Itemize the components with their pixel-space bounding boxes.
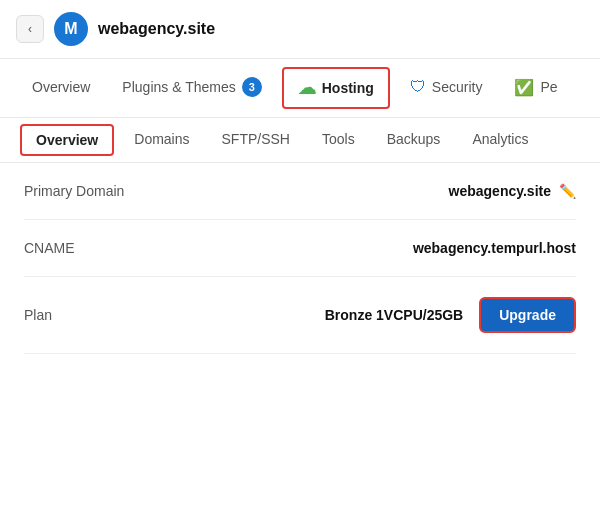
top-nav: Overview Plugins & Themes 3 ☁ Hosting 🛡 … (0, 59, 600, 118)
primary-domain-label: Primary Domain (24, 183, 124, 199)
avatar: M (54, 12, 88, 46)
top-nav-item-hosting[interactable]: ☁ Hosting (282, 67, 390, 109)
perf-icon: ✅ (514, 78, 534, 97)
content-area: Primary Domain webagency.site ✏️ CNAME w… (0, 163, 600, 354)
top-nav-item-overview[interactable]: Overview (16, 65, 106, 111)
edit-domain-icon[interactable]: ✏️ (559, 183, 576, 199)
sub-nav-label-backups: Backups (387, 131, 441, 147)
top-nav-item-security[interactable]: 🛡 Security (394, 64, 499, 112)
avatar-letter: M (64, 20, 77, 38)
primary-domain-row: Primary Domain webagency.site ✏️ (24, 163, 576, 220)
cname-row: CNAME webagency.tempurl.host (24, 220, 576, 277)
upgrade-button[interactable]: Upgrade (479, 297, 576, 333)
top-nav-label-plugins-themes: Plugins & Themes (122, 79, 235, 95)
sub-nav: Overview Domains SFTP/SSH Tools Backups … (0, 118, 600, 163)
back-button[interactable]: ‹ (16, 15, 44, 43)
plan-row: Plan Bronze 1VCPU/25GB Upgrade (24, 277, 576, 354)
security-icon: 🛡 (410, 78, 426, 96)
sub-nav-item-analytics[interactable]: Analytics (456, 119, 544, 161)
top-nav-label-overview: Overview (32, 79, 90, 95)
cname-value-group: webagency.tempurl.host (413, 240, 576, 256)
top-nav-label-hosting: Hosting (322, 80, 374, 96)
sub-nav-label-analytics: Analytics (472, 131, 528, 147)
sub-nav-label-domains: Domains (134, 131, 189, 147)
primary-domain-value-group: webagency.site ✏️ (449, 183, 576, 199)
sub-nav-label-tools: Tools (322, 131, 355, 147)
top-nav-label-security: Security (432, 79, 483, 95)
top-nav-item-performance[interactable]: ✅ Pe (498, 64, 573, 113)
sub-nav-item-sftp-ssh[interactable]: SFTP/SSH (206, 119, 306, 161)
top-nav-label-performance: Pe (540, 79, 557, 95)
sub-nav-label-sftp-ssh: SFTP/SSH (222, 131, 290, 147)
sub-nav-item-tools[interactable]: Tools (306, 119, 371, 161)
header: ‹ M webagency.site (0, 0, 600, 59)
cname-value: webagency.tempurl.host (413, 240, 576, 256)
primary-domain-value: webagency.site (449, 183, 551, 199)
plan-label: Plan (24, 307, 52, 323)
sub-nav-item-backups[interactable]: Backups (371, 119, 457, 161)
plugins-themes-badge: 3 (242, 77, 262, 97)
cname-label: CNAME (24, 240, 75, 256)
site-name: webagency.site (98, 20, 215, 38)
plan-value-group: Bronze 1VCPU/25GB Upgrade (325, 297, 576, 333)
sub-nav-item-overview[interactable]: Overview (20, 124, 114, 156)
sub-nav-item-domains[interactable]: Domains (118, 119, 205, 161)
sub-nav-label-overview: Overview (36, 132, 98, 148)
back-icon: ‹ (28, 22, 32, 36)
plan-value: Bronze 1VCPU/25GB (325, 307, 463, 323)
cloud-icon: ☁ (298, 77, 316, 99)
top-nav-item-plugins-themes[interactable]: Plugins & Themes 3 (106, 63, 277, 113)
